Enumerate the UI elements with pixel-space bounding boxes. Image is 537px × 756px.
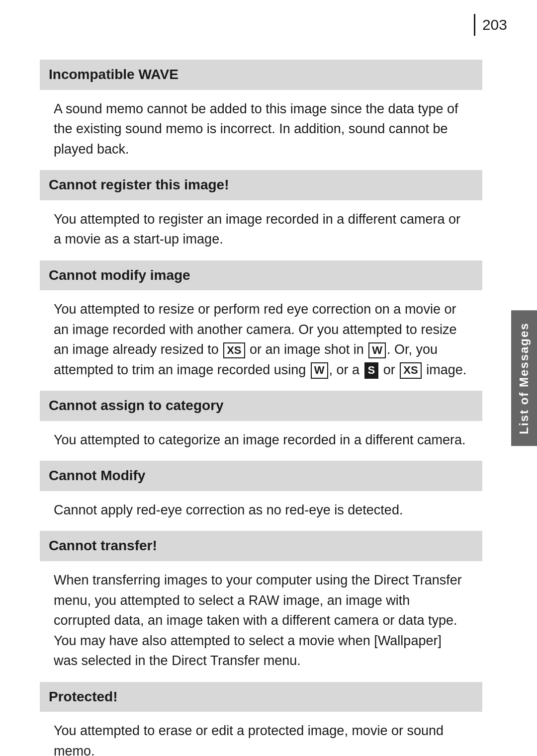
side-tab-label: List of Messages xyxy=(516,322,533,434)
section-header-text: Cannot assign to category xyxy=(49,398,224,413)
section-body-cannot-assign: You attempted to categorize an image rec… xyxy=(40,421,482,461)
section-body-text: You attempted to register an image recor… xyxy=(54,209,468,250)
section-body-text: You attempted to categorize an image rec… xyxy=(54,430,468,450)
side-tab: List of Messages xyxy=(511,310,537,446)
section-body-text: You attempted to resize or perform red e… xyxy=(54,299,468,380)
page: 203 List of Messages Incompatible WAVE A… xyxy=(0,0,537,756)
xs-icon-2: XS xyxy=(400,362,421,378)
section-header-cannot-modify: Cannot Modify xyxy=(40,461,482,491)
section-incompatible-wave: Incompatible WAVE A sound memo cannot be… xyxy=(40,60,482,170)
section-header-protected: Protected! xyxy=(40,682,482,712)
section-cannot-register: Cannot register this image! You attempte… xyxy=(40,170,482,260)
w-icon-1: W xyxy=(368,342,386,358)
section-body-text: You attempted to erase or edit a protect… xyxy=(54,721,468,756)
section-cannot-modify: Cannot Modify Cannot apply red-eye corre… xyxy=(40,461,482,531)
section-body-text: When transferring images to your compute… xyxy=(54,570,468,671)
w-icon-2: W xyxy=(311,362,328,378)
section-header-text: Incompatible WAVE xyxy=(49,67,179,82)
section-body-cannot-register: You attempted to register an image recor… xyxy=(40,200,482,260)
section-body-incompatible-wave: A sound memo cannot be added to this ima… xyxy=(40,90,482,170)
section-body-cannot-modify-image: You attempted to resize or perform red e… xyxy=(40,290,482,391)
s-icon: S xyxy=(364,362,379,378)
section-cannot-transfer: Cannot transfer! When transferring image… xyxy=(40,531,482,681)
xs-icon-1: XS xyxy=(223,342,245,358)
content-area: Incompatible WAVE A sound memo cannot be… xyxy=(40,60,482,756)
section-header-text: Cannot transfer! xyxy=(49,538,157,553)
section-cannot-assign: Cannot assign to category You attempted … xyxy=(40,391,482,461)
section-body-text: A sound memo cannot be added to this ima… xyxy=(54,99,468,160)
section-header-text: Cannot Modify xyxy=(49,468,145,483)
section-header-cannot-transfer: Cannot transfer! xyxy=(40,531,482,561)
section-header-cannot-register: Cannot register this image! xyxy=(40,170,482,200)
section-header-cannot-assign: Cannot assign to category xyxy=(40,391,482,421)
section-header-cannot-modify-image: Cannot modify image xyxy=(40,260,482,291)
section-cannot-modify-image: Cannot modify image You attempted to res… xyxy=(40,260,482,391)
page-number: 203 xyxy=(474,14,507,36)
section-body-cannot-transfer: When transferring images to your compute… xyxy=(40,561,482,682)
section-body-cannot-modify: Cannot apply red-eye correction as no re… xyxy=(40,491,482,531)
section-header-text: Cannot modify image xyxy=(49,267,190,283)
section-protected: Protected! You attempted to erase or edi… xyxy=(40,682,482,756)
section-header-text: Protected! xyxy=(49,689,117,704)
section-body-text: Cannot apply red-eye correction as no re… xyxy=(54,500,468,520)
section-header-incompatible-wave: Incompatible WAVE xyxy=(40,60,482,90)
section-body-protected: You attempted to erase or edit a protect… xyxy=(40,712,482,756)
section-header-text: Cannot register this image! xyxy=(49,177,229,192)
